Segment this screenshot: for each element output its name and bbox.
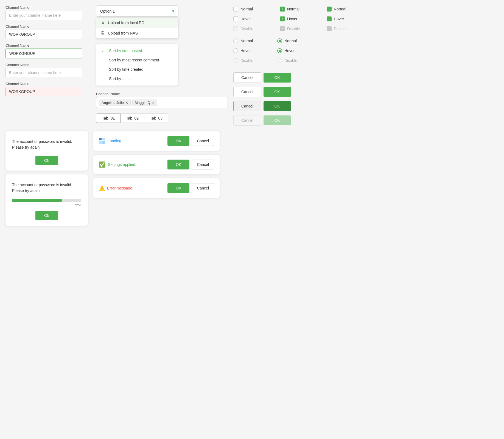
dropdown-item-local-pc[interactable]: 🖥 Upload from local PC (96, 18, 178, 28)
dialog-card-1: The account or password is invalid. Plea… (5, 131, 88, 171)
success-message: ✅ Settings applied. (99, 161, 164, 168)
success-ok-button[interactable]: OK (167, 160, 189, 169)
cancel-button-4: Cancel (233, 115, 261, 126)
channel-name-label-3: Channel Name (5, 43, 91, 47)
channel-name-field-3: Channel Name (5, 43, 91, 58)
tag-maggie-remove[interactable]: ✕ (152, 101, 155, 104)
radio-normal-label-2: Normal (284, 39, 297, 43)
checkbox-hover-checked[interactable] (280, 16, 285, 21)
tag-angelina-remove[interactable]: ✕ (125, 101, 128, 104)
radio-col-checked: Normal Hover Disable (277, 38, 310, 63)
channel-name-field-4: Channel Name (5, 63, 91, 77)
checkbox-col-checked: Normal Hover Disable (280, 7, 316, 31)
loading-text: Loading... (108, 139, 125, 143)
checkbox-normal-checked[interactable] (280, 7, 285, 12)
loading-ok-button[interactable]: OK (167, 136, 189, 146)
cancel-button-2[interactable]: Cancel (233, 87, 261, 97)
tags-input[interactable]: Angelina Jolie ✕ Maggie Q ✕ (96, 97, 228, 108)
loading-cancel-button[interactable]: Cancel (192, 136, 214, 146)
sort-item-recent-comment[interactable]: Sort by most recent comment (96, 55, 178, 65)
radio-normal-unchecked[interactable] (233, 38, 238, 43)
cb-row-disable-checked: Disable (280, 26, 316, 31)
cb-hover-label-1: Hover (240, 17, 251, 21)
svg-rect-2 (99, 141, 102, 144)
radio-hover-unchecked[interactable] (233, 48, 238, 53)
sort-item-time-posted[interactable]: ✓ Sort by time posted (96, 46, 178, 55)
svg-rect-0 (99, 138, 102, 140)
cb-hover-label-2: Hover (287, 17, 297, 21)
radio-row-normal-unchecked: Normal (233, 38, 266, 43)
tab-tab02[interactable]: Tab_02 (121, 114, 144, 123)
channel-name-input-3[interactable] (5, 49, 82, 58)
sort-item-sortby[interactable]: Sort by ........ (96, 74, 178, 83)
cb-disable-label-2: Disable (287, 27, 300, 31)
radio-normal-label-1: Normal (240, 39, 253, 43)
dropdown-item-nas[interactable]: 🗄 Upload from NAS (96, 28, 178, 38)
btn-pair-2: Cancel OK (233, 87, 371, 97)
channel-name-input-2[interactable] (5, 30, 82, 39)
cb-row-normal-indeterminate: Normal (327, 7, 362, 12)
dropdown-menu: 🖥 Upload from local PC 🗄 Upload from NAS (96, 17, 178, 39)
tag-angelina-label: Angelina Jolie (102, 101, 124, 105)
error-message: ⚠️ Error message. (99, 185, 164, 191)
checkbox-disable-indeterminate (327, 26, 332, 31)
channel-name-label-5: Channel Name (5, 82, 91, 86)
cancel-button-3[interactable]: Cancel (233, 101, 261, 111)
cb-row-disable-indeterminate: Disable (327, 26, 362, 31)
radio-hover-checked[interactable] (277, 48, 282, 53)
success-cancel-button[interactable]: Cancel (192, 160, 214, 169)
channel-name-input-4[interactable] (5, 68, 82, 77)
error-dialog: ⚠️ Error message. OK Cancel (93, 178, 220, 198)
tab-tab01[interactable]: Tab_01 (96, 114, 121, 123)
sort-item-recent-comment-label: Sort by most recent comment (109, 58, 159, 62)
radio-hover-label-1: Hover (240, 49, 251, 53)
loading-spinner-icon (99, 138, 105, 144)
sort-check-empty-1 (101, 58, 106, 62)
error-cancel-button[interactable]: Cancel (192, 183, 214, 193)
error-ok-button[interactable]: OK (167, 183, 189, 193)
success-dialog: ✅ Settings applied. OK Cancel (93, 155, 220, 174)
ok-button-2[interactable]: OK (264, 87, 291, 97)
tab-tab03[interactable]: Tab_03 (144, 114, 168, 123)
btn-pair-4: Cancel OK (233, 115, 371, 126)
channel-name-label-1: Channel Name (5, 5, 91, 10)
error-text: Error message. (107, 186, 133, 190)
checkbox-hover-indeterminate[interactable] (327, 16, 332, 21)
dialog-card-2: The account or password is invalid. Plea… (5, 174, 88, 226)
btn-pair-1: Cancel OK (233, 72, 371, 83)
channel-name-label-4: Channel Name (5, 63, 91, 67)
dialog-message-2: The account or password is invalid. Plea… (12, 182, 81, 194)
checkbox-hover-unchecked[interactable] (233, 16, 238, 21)
cb-row-hover-checked: Hover (280, 16, 316, 21)
right-dialogs-section: Loading... OK Cancel ✅ Settings applied.… (93, 131, 220, 198)
sort-check-empty-2 (101, 67, 106, 72)
sort-check-empty-3 (101, 77, 106, 81)
radio-row-hover-checked: Hover (277, 48, 310, 53)
channel-name-field-5: Channel Name (5, 82, 91, 96)
server-icon: 🗄 (101, 31, 105, 36)
cb-normal-label-1: Normal (240, 7, 253, 11)
dropdown-trigger[interactable]: Option 1 ▾ (96, 5, 178, 17)
success-text: Settings applied. (108, 162, 136, 167)
checkbox-normal-indeterminate[interactable] (327, 7, 332, 12)
dropdown-wrapper: Option 1 ▾ 🖥 Upload from local PC 🗄 Uplo… (96, 5, 228, 39)
channel-name-input-5[interactable] (5, 87, 82, 96)
ok-button-3[interactable]: OK (264, 101, 291, 111)
channel-name-input-1[interactable] (5, 11, 82, 20)
cb-row-hover-unchecked: Hover (233, 16, 269, 21)
radio-normal-checked[interactable] (277, 38, 282, 43)
dialog-ok-button-2[interactable]: Ok (35, 211, 58, 220)
loading-dialog-buttons: OK Cancel (167, 136, 214, 146)
checkbox-normal-unchecked[interactable] (233, 7, 238, 12)
cb-hover-label-3: Hover (334, 17, 344, 21)
radio-disable-label-1: Disable (240, 58, 253, 63)
cancel-button-1[interactable]: Cancel (233, 72, 261, 83)
dialog-ok-button-1[interactable]: Ok (35, 156, 58, 165)
dropdown-item-nas-label: Upload from NAS (108, 31, 138, 35)
ok-button-1[interactable]: OK (264, 73, 291, 83)
sort-item-time-created[interactable]: Sort by time created (96, 65, 178, 74)
radio-row-hover-unchecked: Hover (233, 48, 266, 53)
success-check-icon: ✅ (99, 161, 106, 168)
button-pairs-section: Cancel OK Cancel OK Cancel OK Cancel OK (233, 71, 371, 126)
channel-name-field-1: Channel Name (5, 5, 91, 20)
